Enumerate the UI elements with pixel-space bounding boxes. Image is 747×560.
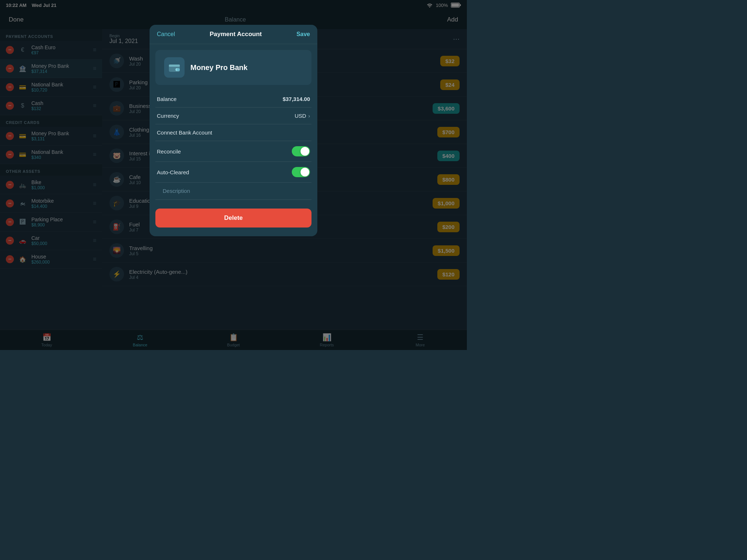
- currency-field[interactable]: Currency USD ›: [155, 108, 311, 124]
- auto-cleared-field[interactable]: Auto-Cleared: [155, 162, 311, 183]
- delete-button[interactable]: Delete: [155, 209, 311, 228]
- cancel-button[interactable]: Cancel: [157, 31, 175, 38]
- description-placeholder: Description: [163, 188, 190, 194]
- svg-point-6: [177, 68, 180, 71]
- reconcile-field[interactable]: Reconcile: [155, 141, 311, 162]
- balance-value: $37,314.00: [283, 96, 310, 102]
- currency-label: Currency: [157, 113, 179, 119]
- currency-value: USD: [295, 113, 306, 119]
- account-type-icon: [164, 57, 185, 78]
- svg-rect-4: [169, 65, 180, 67]
- modal-header: Cancel Payment Account Save: [150, 25, 317, 44]
- modal-account-name: Money Pro Bank: [190, 63, 248, 72]
- auto-cleared-label: Auto-Cleared: [157, 169, 189, 175]
- balance-label: Balance: [157, 96, 177, 102]
- modal-fields: Balance $37,314.00 Currency USD › Connec…: [150, 91, 317, 183]
- auto-cleared-toggle[interactable]: [292, 167, 310, 177]
- balance-field[interactable]: Balance $37,314.00: [155, 91, 311, 108]
- reconcile-label: Reconcile: [157, 148, 181, 155]
- chevron-right-icon: ›: [308, 113, 310, 119]
- account-display: Money Pro Bank: [155, 50, 311, 85]
- connect-bank-field[interactable]: Connect Bank Account: [155, 124, 311, 141]
- modal-title: Payment Account: [210, 31, 262, 38]
- connect-bank-label[interactable]: Connect Bank Account: [157, 129, 212, 136]
- reconcile-toggle[interactable]: [292, 146, 310, 156]
- save-button[interactable]: Save: [297, 31, 310, 38]
- payment-account-modal: Cancel Payment Account Save Money Pro Ba…: [150, 25, 317, 236]
- description-field[interactable]: Description: [155, 183, 311, 200]
